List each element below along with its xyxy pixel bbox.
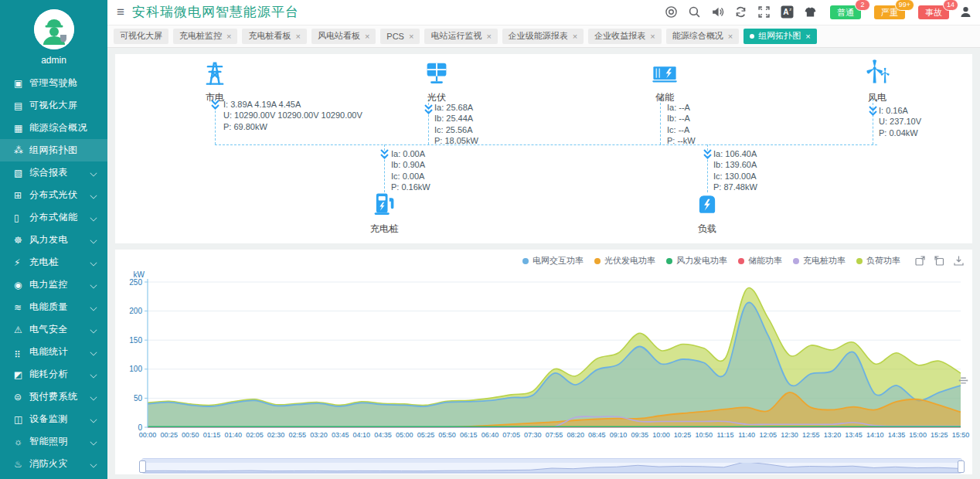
sidebar-item-report[interactable]: ▧ 综合报表: [0, 161, 107, 184]
node-pv[interactable]: 光伏: [390, 59, 483, 104]
tab[interactable]: 企业收益报表 ×: [588, 29, 661, 44]
report-icon: ▧: [14, 168, 29, 178]
tab[interactable]: PCS ×: [380, 29, 420, 44]
load-icon: [693, 207, 721, 220]
legend-item[interactable]: 风力发电功率: [666, 255, 727, 267]
app-root: admin ▣ 管理驾驶舱 ▤ 可视化大屏 ▦ 能源综合概况 ⁂ 组网拓扑图 ▧…: [0, 0, 980, 479]
svg-text:09:35: 09:35: [631, 431, 648, 439]
sidebar-item-smart-lighting[interactable]: ☼ 智能照明: [0, 430, 107, 453]
reading-line: Ic: --A: [667, 124, 696, 136]
datazoom-slider[interactable]: [141, 458, 962, 474]
dashboard-icon: ▣: [14, 78, 29, 89]
legend-item[interactable]: 充电桩功率: [793, 255, 846, 267]
fullscreen-icon[interactable]: [757, 5, 771, 19]
sidebar-item-distributed-pv[interactable]: ⊞ 分布式光伏: [0, 184, 107, 206]
svg-text:13:20: 13:20: [824, 431, 842, 439]
chevron-down-icon: [90, 438, 97, 445]
sidebar-item-dashboard[interactable]: ▣ 管理驾驶舱: [0, 72, 107, 94]
tab[interactable]: 可视化大屏: [114, 29, 168, 44]
translate-icon[interactable]: Az: [781, 5, 794, 19]
svg-text:07:05: 07:05: [502, 431, 520, 439]
datazoom-right-handle[interactable]: [958, 460, 965, 473]
node-grid[interactable]: 市电: [168, 59, 261, 104]
tab-close-icon[interactable]: ×: [805, 32, 810, 41]
user-icon[interactable]: [959, 5, 972, 19]
header-icons: Az 普通 2 严重 99+ 事故 14: [665, 5, 972, 19]
sidebar-item-power-monitor[interactable]: ◉ 电力监控: [0, 273, 107, 296]
badge-count: 2: [855, 0, 870, 11]
tab[interactable]: 充电桩看板 ×: [242, 29, 306, 44]
tab[interactable]: 组网拓扑图 ×: [744, 29, 816, 44]
svg-text:02:05: 02:05: [246, 431, 264, 439]
reading-line: P: --kW: [667, 135, 696, 147]
wind-power-icon: ☸: [14, 235, 29, 246]
tab[interactable]: 风电站看板 ×: [311, 29, 376, 44]
datazoom-left-handle[interactable]: [139, 460, 146, 473]
tab[interactable]: 企业级能源报表 ×: [502, 29, 584, 44]
legend-item[interactable]: 负荷功率: [856, 255, 900, 267]
legend-item[interactable]: 储能功率: [738, 255, 782, 267]
sidebar-item-power-quality[interactable]: ≋ 电能质量: [0, 296, 107, 318]
chart-settings-handle-icon[interactable]: [958, 375, 969, 386]
tab-close-icon[interactable]: ×: [573, 32, 577, 41]
tab-close-icon[interactable]: ×: [226, 32, 231, 41]
node-storage[interactable]: 储能: [618, 59, 711, 104]
legend-dot-icon: [738, 258, 744, 264]
tab-close-icon[interactable]: ×: [409, 32, 413, 41]
sidebar-item-device-monitor[interactable]: ◫ 设备监测: [0, 408, 107, 430]
hamburger-menu-icon[interactable]: ≡: [117, 5, 124, 19]
power-area-chart[interactable]: 050100150200250kW00:0000:2500:5001:1501:…: [120, 270, 968, 455]
sidebar-item-distributed-ess[interactable]: ▯ 分布式储能: [0, 206, 107, 229]
svg-text:10:25: 10:25: [674, 431, 692, 439]
tab-close-icon[interactable]: ×: [295, 32, 300, 41]
svg-text:14:35: 14:35: [888, 431, 906, 439]
alarm-badge-serious[interactable]: 严重 99+: [874, 5, 905, 19]
tab-close-icon[interactable]: ×: [650, 32, 655, 41]
legend-item[interactable]: 光伏发电功率: [594, 255, 655, 267]
tab-label: PCS: [386, 32, 404, 41]
node-load[interactable]: 负载: [661, 190, 754, 236]
legend-item[interactable]: 电网交互功率: [522, 255, 584, 267]
tab-close-icon[interactable]: ×: [486, 32, 491, 41]
sidebar-item-energy-analysis[interactable]: ◩ 能耗分析: [0, 363, 107, 386]
alarm-badge-accident[interactable]: 事故 14: [918, 5, 949, 19]
sidebar-item-electric-safety[interactable]: ⚠ 电气安全: [0, 318, 107, 341]
sidebar-item-label: 电能质量: [29, 301, 90, 314]
tab[interactable]: 电站运行监视 ×: [424, 29, 497, 44]
sidebar-item-energy-overview[interactable]: ▦ 能源综合概况: [0, 117, 107, 139]
tab-close-icon[interactable]: ×: [728, 32, 733, 41]
sidebar-item-label: 组网拓扑图: [29, 144, 100, 157]
save-image-icon[interactable]: [953, 255, 965, 267]
tab[interactable]: 充电桩监控 ×: [173, 29, 237, 44]
legend-dot-icon: [793, 258, 799, 264]
alarm-badge-normal[interactable]: 普通 2: [830, 5, 861, 19]
sidebar-item-label: 电能统计: [29, 345, 90, 358]
tab-label: 电站运行监视: [430, 30, 481, 42]
theme-shirt-icon[interactable]: [804, 5, 817, 19]
node-wind[interactable]: 风电: [831, 59, 924, 104]
svg-text:07:55: 07:55: [546, 431, 563, 439]
sidebar-item-wind-power[interactable]: ☸ 风力发电: [0, 229, 107, 251]
device-monitor-icon: ◫: [14, 414, 29, 425]
avatar[interactable]: [34, 9, 74, 49]
sidebar-item-energy-stats[interactable]: ⣶ 电能统计: [0, 341, 107, 363]
tab-close-icon[interactable]: ×: [365, 32, 369, 41]
at-circle-icon[interactable]: [665, 5, 678, 19]
sidebar-item-fire-alarm[interactable]: ♨ 消防火灾: [0, 453, 107, 475]
zoom-restore-icon[interactable]: [934, 255, 945, 267]
zoom-select-icon[interactable]: [914, 255, 926, 267]
search-icon[interactable]: [688, 5, 701, 19]
sidebar-item-big-screen[interactable]: ▤ 可视化大屏: [0, 94, 107, 117]
sidebar-item-charging-pile[interactable]: ⚡ 充电桩: [0, 251, 107, 273]
node-charger[interactable]: 充电桩: [338, 190, 430, 236]
refresh-icon[interactable]: [734, 5, 747, 19]
sidebar-item-prepaid-system[interactable]: ⊜ 预付费系统: [0, 386, 107, 408]
solar-panel-icon: [423, 76, 451, 89]
node-readings-charger: Ia: 0.00AIb: 0.90AIc: 0.00AP: 0.16kW: [391, 148, 430, 193]
tab[interactable]: 能源综合概况 ×: [666, 29, 739, 44]
sidebar-item-topology[interactable]: ⁂ 组网拓扑图: [0, 139, 107, 161]
svg-text:12:55: 12:55: [802, 431, 820, 439]
tab-label: 充电桩监控: [179, 30, 222, 42]
svg-text:05:50: 05:50: [438, 431, 456, 439]
volume-icon[interactable]: [711, 5, 724, 19]
